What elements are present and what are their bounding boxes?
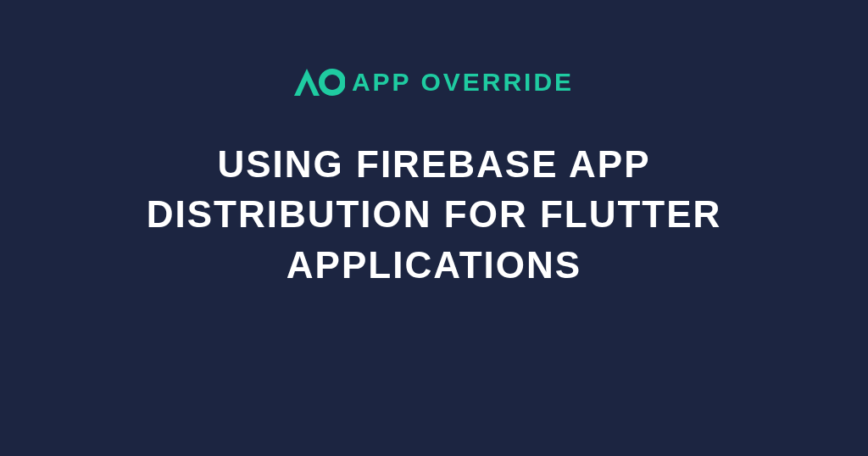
brand-name: APP OVERRIDE	[352, 68, 574, 97]
brand-logo-mark-icon	[294, 69, 345, 96]
page-headline: USING FIREBASE APP DISTRIBUTION FOR FLUT…	[95, 139, 773, 290]
brand-logo-container: APP OVERRIDE	[294, 68, 574, 97]
